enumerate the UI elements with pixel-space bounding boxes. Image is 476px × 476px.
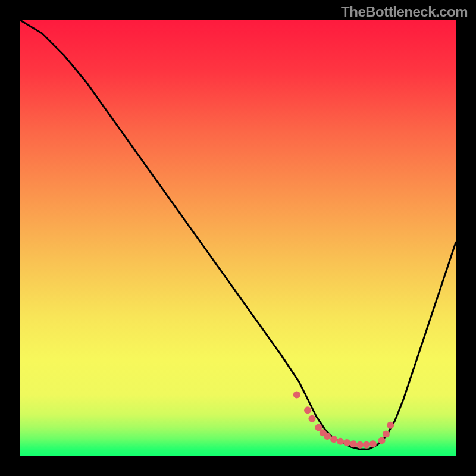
marker-dot: [337, 438, 344, 445]
chart-container: TheBottleneck.com: [0, 0, 476, 476]
marker-dot: [383, 430, 390, 437]
marker-dot: [363, 441, 370, 449]
marker-dot: [343, 439, 350, 446]
marker-dot: [356, 441, 364, 449]
marker-dot: [378, 437, 386, 444]
marker-dot: [308, 415, 315, 422]
watermark-text: TheBottleneck.com: [341, 4, 468, 20]
marker-dot: [304, 406, 311, 414]
marker-dot: [369, 440, 377, 447]
marker-dot: [350, 440, 357, 447]
marker-dot: [324, 433, 331, 440]
plot-area: [20, 20, 456, 456]
marker-dot: [293, 392, 300, 399]
marker-dot: [330, 436, 337, 443]
gradient-background: [20, 20, 456, 456]
marker-dot: [387, 422, 394, 429]
chart-svg: [20, 20, 456, 456]
